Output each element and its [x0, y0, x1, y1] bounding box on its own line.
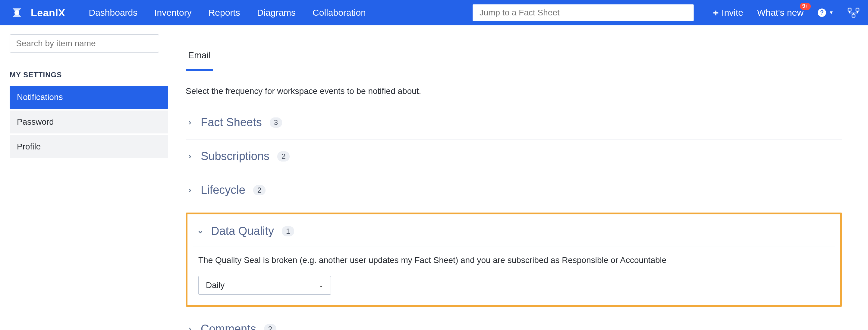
- svg-point-0: [14, 10, 19, 15]
- sidebar-item-label: Profile: [17, 142, 41, 152]
- frequency-select[interactable]: Daily ⌄: [198, 276, 331, 295]
- chevron-down-icon: ⌄: [197, 226, 203, 235]
- section-count: 2: [264, 324, 276, 330]
- section-title: Subscriptions: [201, 150, 270, 163]
- notification-sections: › Fact Sheets 3 › Subscriptions 2 › Life…: [186, 106, 842, 330]
- section-count: 2: [253, 185, 266, 195]
- section-comments[interactable]: › Comments 2: [186, 312, 842, 330]
- sidebar-heading: MY SETTINGS: [10, 71, 168, 79]
- section-title: Fact Sheets: [201, 116, 262, 129]
- frequency-value: Daily: [206, 280, 224, 290]
- section-title: Comments: [201, 323, 256, 330]
- help-button[interactable]: ? ▼: [817, 8, 834, 17]
- invite-button[interactable]: + Invite: [713, 7, 743, 19]
- section-count: 2: [277, 151, 290, 162]
- sidebar-search-input[interactable]: [10, 34, 159, 53]
- section-data-quality-body: The Quality Seal is broken (e.g. another…: [193, 246, 835, 297]
- top-nav: LeanIX Dashboards Inventory Reports Diag…: [0, 0, 868, 25]
- integrations-button[interactable]: [847, 7, 860, 18]
- chevron-right-icon: ›: [187, 118, 193, 127]
- sidebar-item-label: Notifications: [17, 92, 63, 102]
- whats-new-button[interactable]: What's new 9+: [757, 7, 804, 18]
- chevron-down-icon: ⌄: [319, 282, 323, 288]
- section-data-quality[interactable]: ⌄ Data Quality 1: [193, 216, 835, 246]
- jump-to-factsheet-input[interactable]: [472, 4, 694, 21]
- brand-name: LeanIX: [31, 7, 65, 19]
- section-lifecycle[interactable]: › Lifecycle 2: [186, 173, 842, 207]
- whats-new-label: What's new: [757, 7, 804, 18]
- section-title: Lifecycle: [201, 184, 245, 197]
- page-lead: Select the frequency for workspace event…: [186, 86, 842, 96]
- plus-icon: +: [713, 7, 719, 19]
- brand: LeanIX: [8, 7, 65, 19]
- chevron-right-icon: ›: [187, 185, 193, 195]
- nav-reports[interactable]: Reports: [209, 7, 240, 18]
- integrations-icon: [847, 7, 860, 18]
- chevron-right-icon: ›: [187, 152, 193, 161]
- nav-inventory[interactable]: Inventory: [154, 7, 191, 18]
- sidebar-menu: Notifications Password Profile: [10, 86, 168, 158]
- section-title: Data Quality: [211, 225, 274, 238]
- section-subscriptions[interactable]: › Subscriptions 2: [186, 139, 842, 173]
- section-count: 1: [282, 226, 294, 237]
- svg-text:?: ?: [820, 9, 824, 16]
- main-content: Email Select the frequency for workspace…: [178, 25, 859, 330]
- top-right-actions: + Invite What's new 9+ ? ▼: [713, 7, 860, 19]
- sidebar-item-notifications[interactable]: Notifications: [10, 86, 168, 109]
- help-icon: ?: [817, 8, 827, 17]
- brand-logo-icon: [8, 7, 25, 18]
- nav-diagrams[interactable]: Diagrams: [257, 7, 296, 18]
- invite-label: Invite: [721, 7, 743, 18]
- tab-label: Email: [188, 50, 211, 60]
- nav-collaboration[interactable]: Collaboration: [313, 7, 366, 18]
- section-fact-sheets[interactable]: › Fact Sheets 3: [186, 106, 842, 139]
- svg-rect-5: [852, 14, 855, 17]
- svg-rect-3: [848, 8, 851, 11]
- svg-rect-4: [856, 8, 859, 11]
- chevron-right-icon: ›: [187, 324, 193, 330]
- nav-dashboards[interactable]: Dashboards: [89, 7, 137, 18]
- section-data-quality-highlight: ⌄ Data Quality 1 The Quality Seal is bro…: [186, 213, 842, 307]
- caret-down-icon: ▼: [829, 10, 834, 16]
- section-count: 3: [270, 117, 282, 128]
- sidebar-item-password[interactable]: Password: [10, 110, 168, 133]
- notification-badge: 9+: [800, 3, 811, 10]
- tabs: Email: [186, 50, 842, 70]
- sidebar: MY SETTINGS Notifications Password Profi…: [0, 25, 178, 330]
- section-description: The Quality Seal is broken (e.g. another…: [198, 255, 830, 265]
- tab-email[interactable]: Email: [186, 50, 213, 71]
- sidebar-item-label: Password: [17, 117, 54, 127]
- sidebar-item-profile[interactable]: Profile: [10, 135, 168, 158]
- nav-links: Dashboards Inventory Reports Diagrams Co…: [89, 7, 366, 18]
